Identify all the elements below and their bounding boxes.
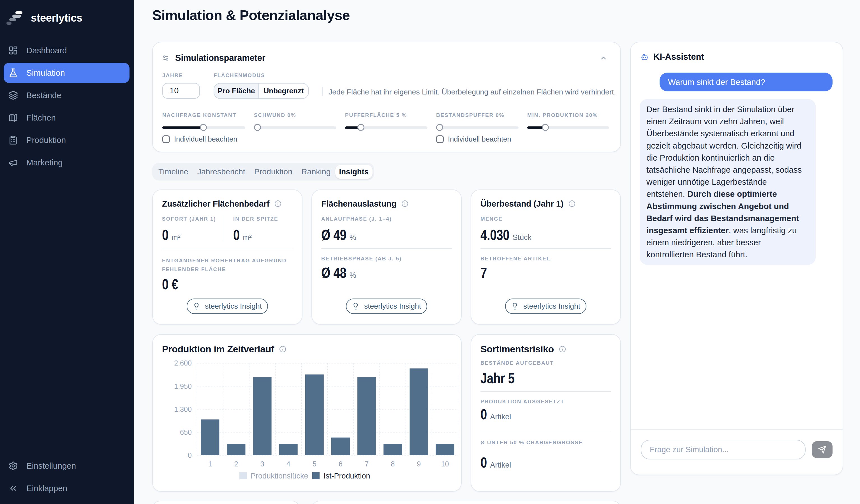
svg-text:2: 2 — [234, 460, 238, 468]
svg-text:1.950: 1.950 — [174, 382, 192, 390]
svg-text:10: 10 — [441, 460, 449, 468]
svg-text:Ist-Produktion: Ist-Produktion — [324, 472, 370, 480]
svg-text:1: 1 — [208, 460, 212, 468]
svg-text:6: 6 — [339, 460, 343, 468]
svg-text:9: 9 — [417, 460, 421, 468]
svg-text:5: 5 — [313, 460, 316, 468]
svg-text:Produktionslücke: Produktionslücke — [250, 472, 309, 480]
svg-text:1.300: 1.300 — [174, 405, 192, 413]
svg-text:4: 4 — [286, 460, 290, 468]
svg-text:0: 0 — [188, 451, 192, 459]
svg-text:7: 7 — [365, 460, 369, 468]
svg-text:650: 650 — [180, 428, 192, 436]
svg-text:2.600: 2.600 — [174, 359, 192, 367]
svg-text:3: 3 — [260, 460, 264, 468]
svg-text:8: 8 — [391, 460, 395, 468]
